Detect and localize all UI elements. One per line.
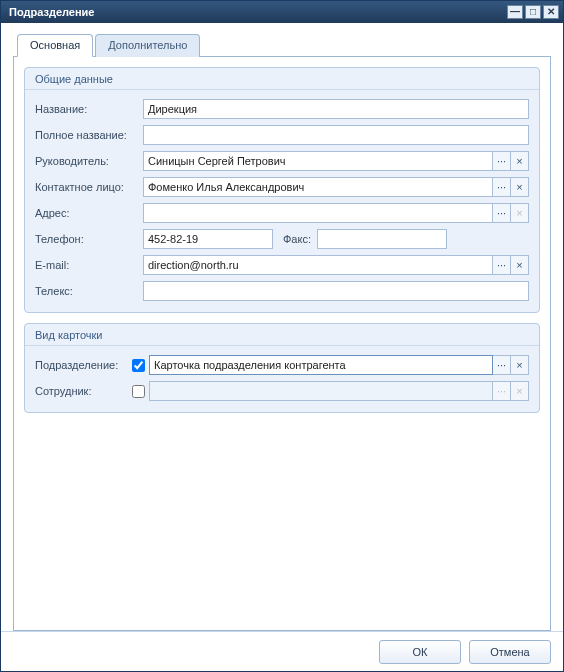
address-clear-button: × [511, 203, 529, 223]
window-buttons: — □ ✕ [507, 5, 559, 19]
close-button[interactable]: ✕ [543, 5, 559, 19]
contact-lookup-button[interactable]: ··· [493, 177, 511, 197]
label-contact: Контактное лицо: [35, 181, 143, 193]
contact-input[interactable] [143, 177, 493, 197]
window: Подразделение — □ ✕ Основная Дополнитель… [0, 0, 564, 672]
label-fax: Факс: [273, 233, 317, 245]
group-cardtype-body: Подразделение: ··· × Сотрудник: ··· × [25, 346, 539, 412]
phone-input[interactable] [143, 229, 273, 249]
name-input[interactable] [143, 99, 529, 119]
label-fullname: Полное название: [35, 129, 143, 141]
window-title: Подразделение [9, 6, 507, 18]
head-clear-button[interactable]: × [511, 151, 529, 171]
minimize-icon: — [510, 7, 520, 17]
tabpage-main: Общие данные Название: Полное название: … [13, 57, 551, 631]
close-icon: ✕ [547, 7, 555, 17]
employee-checkbox[interactable] [132, 385, 145, 398]
dept-input[interactable] [149, 355, 493, 375]
label-name: Название: [35, 103, 143, 115]
group-cardtype-header: Вид карточки [25, 324, 539, 346]
ellipsis-icon: ··· [497, 181, 506, 193]
group-general-body: Название: Полное название: Руководитель:… [25, 90, 539, 312]
clear-icon: × [516, 385, 522, 397]
ellipsis-icon: ··· [497, 207, 506, 219]
email-input[interactable] [143, 255, 493, 275]
ellipsis-icon: ··· [497, 385, 506, 397]
fullname-input[interactable] [143, 125, 529, 145]
label-dept: Подразделение: [35, 359, 127, 371]
clear-icon: × [516, 155, 522, 167]
address-input[interactable] [143, 203, 493, 223]
email-lookup-button[interactable]: ··· [493, 255, 511, 275]
label-email: E-mail: [35, 259, 143, 271]
cancel-button[interactable]: Отмена [469, 640, 551, 664]
group-general: Общие данные Название: Полное название: … [24, 67, 540, 313]
employee-clear-button: × [511, 381, 529, 401]
group-general-header: Общие данные [25, 68, 539, 90]
label-head: Руководитель: [35, 155, 143, 167]
label-phone: Телефон: [35, 233, 143, 245]
group-cardtype: Вид карточки Подразделение: ··· × Сотруд… [24, 323, 540, 413]
tabstrip: Основная Дополнительно [13, 33, 551, 57]
head-lookup-button[interactable]: ··· [493, 151, 511, 171]
contact-clear-button[interactable]: × [511, 177, 529, 197]
clear-icon: × [516, 181, 522, 193]
content: Основная Дополнительно Общие данные Назв… [1, 23, 563, 631]
head-input[interactable] [143, 151, 493, 171]
dept-clear-button[interactable]: × [511, 355, 529, 375]
telex-input[interactable] [143, 281, 529, 301]
label-employee: Сотрудник: [35, 385, 127, 397]
ellipsis-icon: ··· [497, 155, 506, 167]
clear-icon: × [516, 259, 522, 271]
employee-lookup-button: ··· [493, 381, 511, 401]
email-clear-button[interactable]: × [511, 255, 529, 275]
employee-input [149, 381, 493, 401]
footer: ОК Отмена [1, 631, 563, 671]
clear-icon: × [516, 359, 522, 371]
address-lookup-button[interactable]: ··· [493, 203, 511, 223]
tab-main[interactable]: Основная [17, 34, 93, 57]
ellipsis-icon: ··· [497, 359, 506, 371]
label-address: Адрес: [35, 207, 143, 219]
dept-lookup-button[interactable]: ··· [493, 355, 511, 375]
tab-extra[interactable]: Дополнительно [95, 34, 200, 57]
dept-checkbox[interactable] [132, 359, 145, 372]
ellipsis-icon: ··· [497, 259, 506, 271]
maximize-button[interactable]: □ [525, 5, 541, 19]
maximize-icon: □ [530, 7, 536, 17]
ok-button[interactable]: ОК [379, 640, 461, 664]
minimize-button[interactable]: — [507, 5, 523, 19]
clear-icon: × [516, 207, 522, 219]
label-telex: Телекс: [35, 285, 143, 297]
fax-input[interactable] [317, 229, 447, 249]
titlebar[interactable]: Подразделение — □ ✕ [1, 1, 563, 23]
